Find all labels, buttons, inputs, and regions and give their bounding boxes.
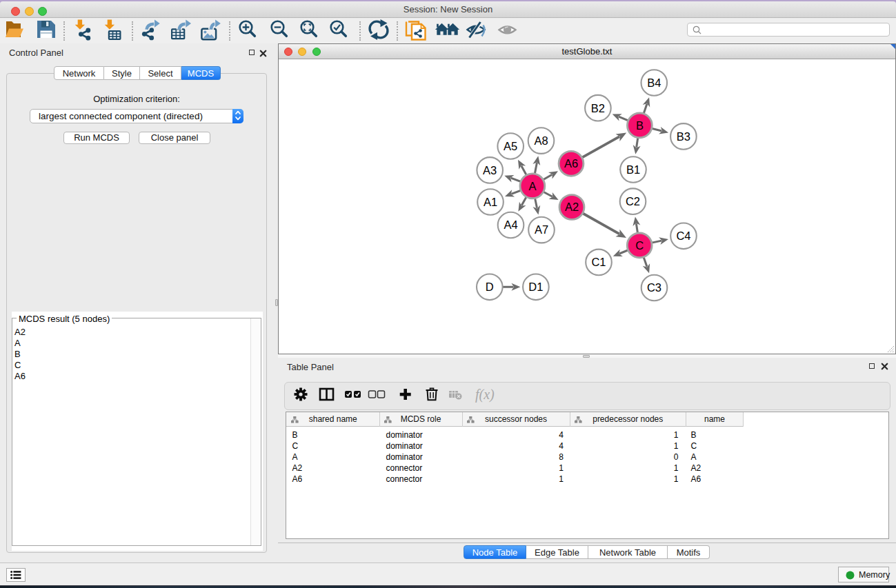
- svg-text:A6: A6: [564, 157, 578, 170]
- svg-text:A2: A2: [565, 201, 579, 213]
- svg-text:A1: A1: [484, 196, 497, 208]
- svg-text:C1: C1: [591, 256, 606, 268]
- svg-text:f(x): f(x): [475, 387, 495, 403]
- svg-text:A8: A8: [534, 134, 548, 147]
- svg-text:A7: A7: [535, 223, 548, 236]
- svg-text:D: D: [486, 281, 494, 293]
- svg-text:A: A: [528, 180, 536, 192]
- svg-text:C2: C2: [626, 195, 640, 207]
- svg-text:B1: B1: [626, 163, 640, 176]
- svg-text:B4: B4: [647, 77, 661, 89]
- svg-text:C4: C4: [676, 230, 690, 242]
- svg-text:B3: B3: [677, 130, 690, 143]
- svg-text:C3: C3: [647, 281, 661, 294]
- svg-text:A4: A4: [504, 219, 517, 231]
- svg-text:B: B: [636, 119, 644, 132]
- svg-text:A5: A5: [504, 140, 517, 152]
- svg-text:D1: D1: [528, 281, 543, 293]
- svg-text:C: C: [635, 239, 644, 252]
- svg-text:B2: B2: [591, 102, 605, 114]
- svg-text:A3: A3: [483, 164, 497, 176]
